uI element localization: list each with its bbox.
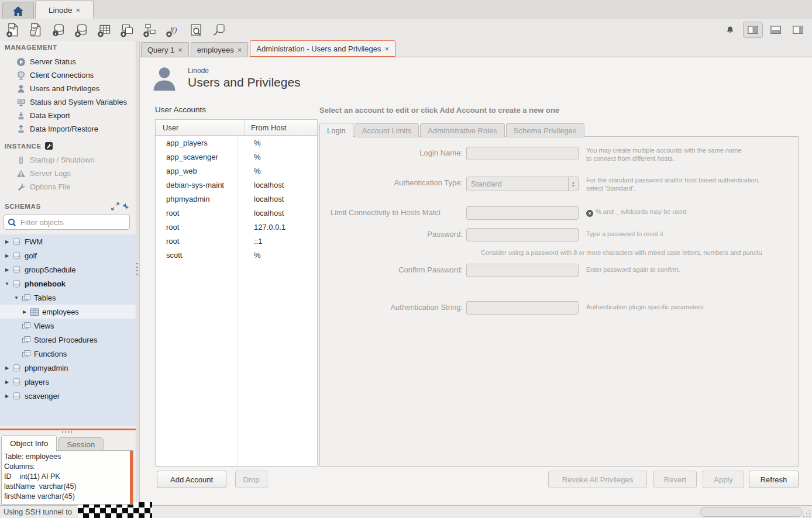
close-icon[interactable]: × bbox=[178, 46, 183, 54]
sidebar-item-options-file[interactable]: Options File bbox=[0, 180, 136, 194]
password-input[interactable] bbox=[466, 228, 579, 241]
schema-icon bbox=[12, 363, 22, 372]
tree-item-employees[interactable]: ▶employees bbox=[0, 305, 136, 319]
info-tabs: Object Info Session bbox=[1, 435, 104, 452]
sidebar-item-server-status[interactable]: Server Status bbox=[0, 55, 136, 68]
chevron-down-icon[interactable]: ▼ bbox=[4, 281, 11, 286]
chevron-right-icon[interactable]: ▶ bbox=[4, 379, 11, 385]
table-row[interactable]: rootlocalhost bbox=[156, 206, 317, 220]
server-logs-icon bbox=[16, 169, 26, 178]
table-row[interactable]: debian-sys-maintlocalhost bbox=[156, 178, 317, 192]
tab-schema-privileges[interactable]: Schema Privileges bbox=[506, 123, 584, 137]
revoke-all-privileges-button[interactable]: Revoke All Privileges bbox=[548, 471, 647, 488]
drop-button[interactable]: Drop bbox=[235, 471, 267, 488]
confirm-password-input[interactable] bbox=[466, 264, 579, 277]
tree-item-stored-procedures[interactable]: Stored Procedures bbox=[0, 333, 136, 347]
column-divider bbox=[238, 135, 238, 466]
tree-item-functions[interactable]: Functions bbox=[0, 347, 136, 361]
sidebar-item-users-privileges[interactable]: Users and Privileges bbox=[0, 82, 136, 95]
close-icon[interactable]: × bbox=[75, 6, 80, 14]
apply-button[interactable]: Apply bbox=[703, 471, 744, 488]
close-icon[interactable]: × bbox=[238, 46, 242, 54]
tree-item-phpmyadmin[interactable]: ▶phpmyadmin bbox=[0, 361, 136, 375]
table-row[interactable]: app_players% bbox=[156, 136, 317, 150]
tree-item-views[interactable]: Views bbox=[0, 319, 136, 333]
sidebar-item-client-connections[interactable]: Client Connections bbox=[0, 68, 136, 82]
schema-filter-input[interactable] bbox=[19, 217, 126, 227]
tree-item-tables[interactable]: ▼Tables bbox=[0, 291, 136, 305]
toggle-right-sidebar-button[interactable] bbox=[789, 22, 807, 37]
tree-item-scavenger[interactable]: ▶scavenger bbox=[0, 389, 136, 403]
toggle-output-area-button[interactable] bbox=[766, 22, 785, 37]
sidebar-item-server-logs[interactable]: Server Logs bbox=[0, 167, 136, 180]
notification-icon bbox=[724, 23, 737, 36]
tree-item-players[interactable]: ▶players bbox=[0, 375, 136, 389]
table-row[interactable]: root::1 bbox=[156, 234, 317, 248]
table-row[interactable]: app_web% bbox=[156, 164, 317, 178]
tree-item-fwm[interactable]: ▶FWM bbox=[0, 234, 136, 248]
table-row[interactable]: scott% bbox=[156, 248, 317, 262]
create-procedure-button[interactable] bbox=[142, 22, 159, 38]
notification-button[interactable] bbox=[721, 22, 739, 37]
tab-login[interactable]: Login bbox=[319, 123, 353, 138]
column-header-user[interactable]: User bbox=[156, 120, 245, 135]
revert-button[interactable]: Revert bbox=[653, 471, 697, 488]
chevron-down-icon[interactable]: ▼ bbox=[13, 295, 20, 301]
toggle-left-sidebar-button[interactable] bbox=[743, 22, 763, 38]
sidebar-item-startup-shutdown[interactable]: Startup / Shutdown bbox=[0, 153, 136, 167]
table-row[interactable]: root127.0.0.1 bbox=[156, 220, 317, 234]
tab-object-info[interactable]: Object Info bbox=[1, 435, 57, 452]
refresh-button[interactable]: Refresh bbox=[749, 471, 799, 488]
search-table-data-button[interactable] bbox=[187, 22, 205, 38]
add-account-button[interactable]: Add Account bbox=[157, 471, 226, 488]
tab-query1[interactable]: Query 1× bbox=[141, 42, 189, 57]
chevron-right-icon[interactable]: ▶ bbox=[4, 253, 11, 258]
tab-administration[interactable]: Administration - Users and Privileges× bbox=[250, 40, 395, 57]
create-table-button[interactable] bbox=[96, 22, 113, 38]
limit-hosts-input[interactable] bbox=[466, 206, 579, 220]
auth-type-select[interactable]: Standard ▲▼ bbox=[466, 177, 579, 191]
schema-icon bbox=[12, 377, 22, 386]
column-header-from-host[interactable]: From Host bbox=[245, 123, 317, 132]
create-function-button[interactable] bbox=[164, 22, 182, 38]
connection-tab-linode[interactable]: Linode × bbox=[35, 1, 94, 19]
create-schema-button[interactable] bbox=[73, 22, 91, 38]
sidebar-item-status-variables[interactable]: Status and System Variables bbox=[0, 95, 136, 109]
horizontal-scrollbar[interactable] bbox=[700, 507, 803, 517]
auth-string-input[interactable] bbox=[466, 301, 579, 315]
tree-item-phonebook[interactable]: ▼phonebook bbox=[0, 277, 136, 291]
tree-item-golf[interactable]: ▶golf bbox=[0, 248, 136, 263]
sidebar-item-data-export[interactable]: Data Export bbox=[0, 109, 136, 122]
create-view-icon bbox=[120, 22, 135, 37]
chevron-right-icon[interactable]: ▶ bbox=[4, 267, 11, 272]
home-tab[interactable] bbox=[2, 2, 34, 19]
tab-account-limits[interactable]: Account Limits bbox=[355, 123, 419, 137]
schemas-section-title: SCHEMAS bbox=[5, 203, 41, 210]
tab-administrative-roles[interactable]: Administrative Roles bbox=[420, 123, 505, 137]
inspect-database-button[interactable]: i bbox=[50, 22, 68, 38]
tab-employees[interactable]: employees× bbox=[191, 42, 248, 57]
sidebar-item-data-import[interactable]: Data Import/Restore bbox=[0, 122, 136, 136]
window-resize-grip-icon[interactable] bbox=[803, 509, 811, 517]
login-name-input[interactable] bbox=[466, 147, 579, 160]
create-view-button[interactable] bbox=[119, 22, 136, 38]
table-row[interactable]: app_scavenger% bbox=[156, 150, 317, 164]
reconnect-dbms-button[interactable] bbox=[210, 22, 228, 38]
refresh-schemas-button[interactable] bbox=[121, 202, 131, 210]
sidebar-splitter[interactable] bbox=[0, 429, 136, 430]
confirm-password-help: Enter password again to confirm. bbox=[586, 265, 680, 274]
close-icon[interactable]: × bbox=[384, 45, 389, 53]
expand-schemas-button[interactable] bbox=[110, 202, 121, 210]
chevron-right-icon[interactable]: ▶ bbox=[21, 309, 28, 315]
system-variables-icon bbox=[16, 98, 26, 107]
panel-scrollbar[interactable] bbox=[130, 451, 133, 504]
chevron-right-icon[interactable]: ▶ bbox=[4, 365, 11, 371]
tree-item-groupschedule[interactable]: ▶groupSchedule bbox=[0, 263, 136, 277]
table-row[interactable]: phpmyadminlocalhost bbox=[156, 192, 317, 206]
sidebar-resize-handle[interactable] bbox=[136, 41, 140, 506]
chevron-right-icon[interactable]: ▶ bbox=[4, 239, 11, 244]
spinner-arrows-icon[interactable]: ▲▼ bbox=[568, 177, 578, 191]
open-sql-file-button[interactable] bbox=[27, 22, 45, 38]
new-sql-tab-button[interactable] bbox=[5, 22, 22, 38]
chevron-right-icon[interactable]: ▶ bbox=[4, 393, 11, 399]
